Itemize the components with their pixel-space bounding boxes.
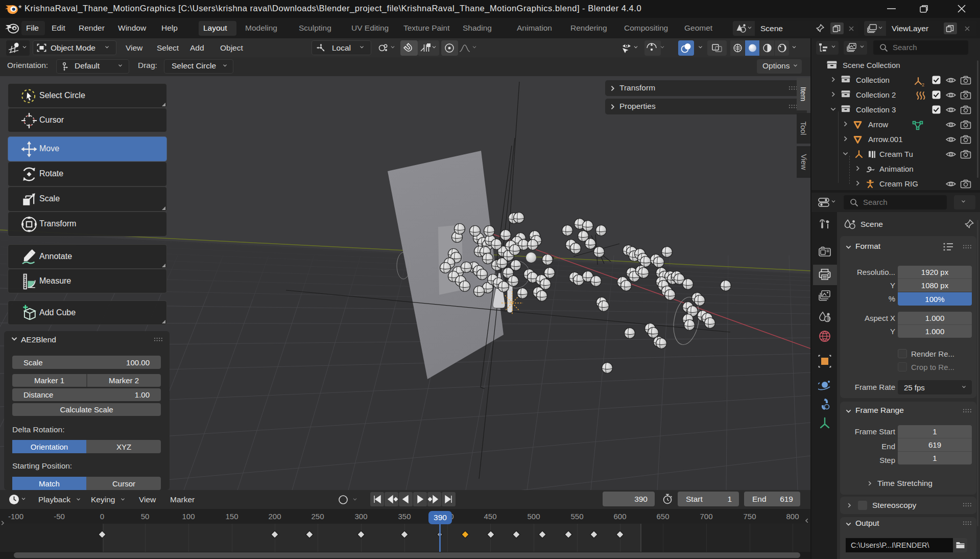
svg-text:2: 2 [922,82,924,87]
